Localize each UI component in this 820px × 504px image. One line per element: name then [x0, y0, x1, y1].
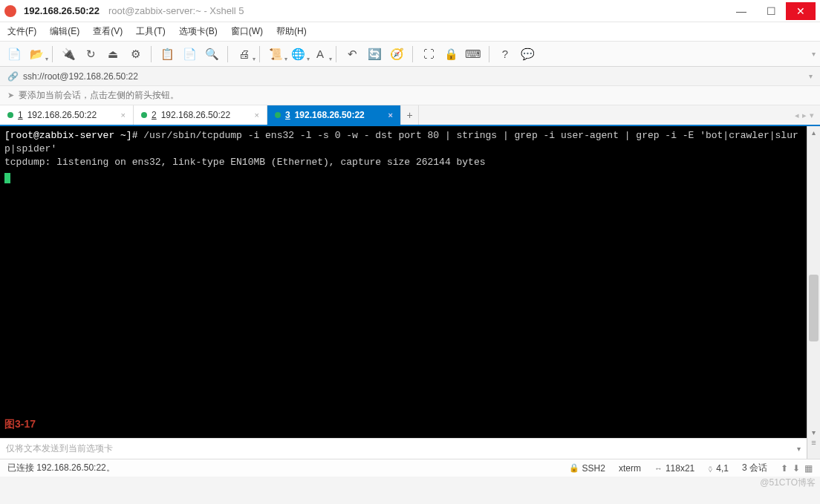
arrow-tip-icon[interactable]: ➤ [7, 91, 14, 100]
cursor-pos-icon: ⎀ [708, 464, 713, 473]
lock-icon[interactable]: 🔒 [441, 45, 461, 64]
tab-label: 192.168.26.50:22 [27, 110, 97, 120]
status-tail-icons: ⬆ ⬇ ▦ [781, 463, 813, 474]
chat-icon[interactable]: 💬 [518, 45, 537, 64]
paste-icon[interactable]: 📄 [180, 45, 199, 64]
window-subtitle: root@zabbix-server:~ - Xshell 5 [108, 5, 244, 16]
menu-window[interactable]: 窗口(W) [231, 25, 263, 38]
status-sessions: 3 会话 [742, 462, 767, 474]
terminal[interactable]: [root@zabbix-server ~]# /usr/sbin/tcpdum… [0, 126, 807, 438]
properties-icon[interactable]: ⚙ [126, 45, 145, 64]
info-bar: ➤ 要添加当前会话，点击左侧的箭头按钮。 [0, 86, 820, 105]
title-bar: 192.168.26.50:22 root@zabbix-server:~ - … [0, 0, 820, 22]
reconnect-icon[interactable]: ↻ [81, 45, 100, 64]
scroll-down-icon[interactable]: ▾ [807, 426, 820, 438]
ssh-icon: 🔗 [7, 71, 19, 82]
tab-1[interactable]: 1 192.168.26.50:22 × [0, 105, 134, 125]
scroll-up-icon[interactable]: ▴ [807, 126, 820, 138]
status-dot-icon [7, 112, 13, 118]
watermark: @51CTO博客 [760, 477, 816, 489]
tab-close-icon[interactable]: × [121, 111, 126, 120]
status-ssh: 🔒SSH2 [569, 463, 605, 474]
terminal-output: tcpdump: listening on ens32, link-type E… [4, 157, 486, 168]
toolbar-separator [259, 46, 260, 62]
navigation-icon[interactable]: 🧭 [387, 45, 406, 64]
toolbar-separator [151, 46, 152, 62]
tab-close-icon[interactable]: × [255, 111, 259, 120]
tab-2[interactable]: 2 192.168.26.50:22 × [134, 105, 267, 125]
font-icon[interactable]: A [310, 45, 330, 64]
menu-edit[interactable]: 编辑(E) [50, 25, 79, 38]
tab-nav-arrows: ◂ ▸ ▾ [789, 105, 820, 125]
tab-next-icon[interactable]: ▸ [802, 111, 807, 120]
keyboard-icon[interactable]: ⌨ [463, 45, 483, 64]
copy-icon[interactable]: 📋 [157, 45, 177, 64]
terminal-cursor [4, 173, 10, 183]
grid-icon: ▦ [804, 463, 813, 474]
ruler-icon: ↔ [654, 464, 663, 473]
input-row: 仅将文本发送到当前选项卡 ▾ ≡ [0, 438, 820, 459]
tab-number: 1 [18, 110, 23, 120]
compose-menu-icon[interactable]: ▾ [797, 445, 801, 453]
tab-menu-icon[interactable]: ▾ [810, 111, 814, 120]
status-size: ↔118x21 [654, 463, 694, 474]
globe-icon[interactable]: 🌐 [288, 45, 308, 64]
toolbar-separator [336, 46, 336, 62]
open-session-icon[interactable]: 📂 [27, 45, 46, 64]
tab-close-icon[interactable]: × [388, 111, 393, 120]
status-dot-icon [141, 112, 147, 118]
print-icon[interactable]: 🖨 [234, 45, 253, 64]
tab-strip: 1 192.168.26.50:22 × 2 192.168.26.50:22 … [0, 105, 820, 126]
toolbar-separator [227, 46, 228, 62]
num-icon: ⬇ [793, 463, 800, 474]
script-icon[interactable]: 📜 [266, 45, 285, 64]
maximize-button[interactable]: ☐ [756, 2, 786, 20]
compose-placeholder: 仅将文本发送到当前选项卡 [6, 442, 113, 455]
fullscreen-icon[interactable]: ⛶ [419, 45, 438, 64]
status-dot-icon [275, 112, 281, 118]
compose-bar[interactable]: 仅将文本发送到当前选项卡 ▾ [0, 438, 807, 459]
terminal-scrollbar[interactable]: ▴ ▾ [807, 126, 820, 438]
tab-number: 3 [285, 110, 290, 120]
tab-3[interactable]: 3 192.168.26.50:22 × [267, 105, 401, 125]
toolbar-overflow-icon[interactable]: ▾ [812, 50, 816, 58]
figure-label: 图3-17 [4, 417, 36, 432]
find-icon[interactable]: 🔍 [202, 45, 221, 64]
caps-icon: ⬆ [781, 463, 788, 474]
menu-bar: 文件(F) 编辑(E) 查看(V) 工具(T) 选项卡(B) 窗口(W) 帮助(… [0, 22, 820, 42]
status-term: xterm [619, 463, 641, 474]
tab-label: 192.168.26.50:22 [161, 110, 230, 120]
menu-tools[interactable]: 工具(T) [136, 25, 165, 38]
add-tab-button[interactable]: + [401, 105, 419, 125]
side-tool[interactable]: ≡ [807, 438, 820, 459]
terminal-prompt: [root@zabbix-server ~]# [4, 130, 143, 141]
tab-label: 192.168.26.50:22 [295, 110, 365, 120]
toolbar-separator [489, 46, 489, 62]
address-text[interactable]: ssh://root@192.168.26.50:22 [23, 71, 809, 82]
tab-prev-icon[interactable]: ◂ [795, 111, 799, 120]
status-pos: ⎀4,1 [708, 463, 729, 474]
close-button[interactable]: ✕ [786, 2, 816, 20]
toolbar: 📄 📂 🔌 ↻ ⏏ ⚙ 📋 📄 🔍 🖨 📜 🌐 A ↶ 🔄 🧭 ⛶ 🔒 ⌨ ? … [0, 42, 820, 67]
window-title: 192.168.26.50:22 [24, 5, 100, 16]
menu-help[interactable]: 帮助(H) [276, 25, 307, 38]
menu-view[interactable]: 查看(V) [93, 25, 123, 38]
disconnect-icon[interactable]: ⏏ [103, 45, 123, 64]
toolbar-separator [52, 46, 53, 62]
help-icon[interactable]: ? [495, 45, 515, 64]
minimize-button[interactable]: — [726, 2, 756, 20]
scroll-thumb[interactable] [809, 275, 819, 341]
window-controls: — ☐ ✕ [726, 2, 816, 20]
address-overflow-icon[interactable]: ▾ [809, 72, 813, 80]
refresh-icon[interactable]: 🔄 [365, 45, 384, 64]
app-icon [4, 5, 16, 17]
menu-file[interactable]: 文件(F) [7, 25, 36, 38]
tab-number: 2 [152, 110, 157, 120]
terminal-container: [root@zabbix-server ~]# /usr/sbin/tcpdum… [0, 126, 820, 438]
menu-tabs[interactable]: 选项卡(B) [179, 25, 218, 38]
history-icon[interactable]: ↶ [342, 45, 362, 64]
status-left: 已连接 192.168.26.50:22。 [7, 462, 115, 474]
address-bar: 🔗 ssh://root@192.168.26.50:22 ▾ [0, 67, 820, 86]
connect-icon[interactable]: 🔌 [59, 45, 78, 64]
new-session-icon[interactable]: 📄 [4, 45, 24, 64]
